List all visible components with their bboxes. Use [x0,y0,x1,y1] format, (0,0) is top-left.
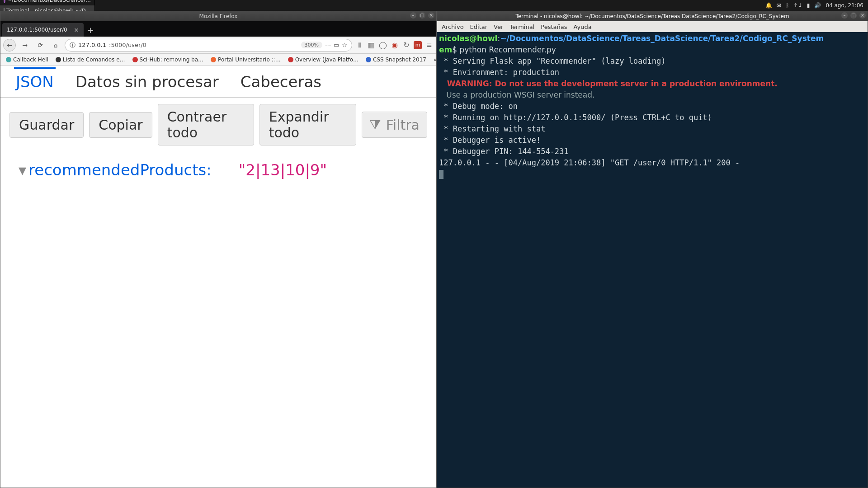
bluetooth-icon[interactable]: ᛒ [786,2,789,9]
maximize-button[interactable]: ▢ [850,12,857,19]
bookmark-label: CSS Snapshot 2017 [373,56,426,63]
terminal-title-text: Terminal - nicolas@howl: ~/Documentos/Da… [515,13,789,19]
extension2-icon[interactable]: m [414,41,422,49]
json-key: recommendedProducts: [28,161,212,179]
account-icon[interactable]: ◯ [378,41,387,50]
bookmark-label: Lista de Comandos e… [63,56,125,63]
new-tab-button[interactable]: + [84,23,97,37]
bookmark-label: Sci-Hub: removing ba… [140,56,204,63]
collapse-all-button[interactable]: Contraer todo [158,104,254,145]
network-icon[interactable]: ↑↓ [793,2,802,9]
terminal-menubar: ArchivoEditarVerTerminalPestañasAyuda [437,21,868,32]
terminal-titlebar: Terminal - nicolas@howl: ~/Documentos/Da… [437,11,868,21]
tab-close-icon[interactable]: × [74,26,79,33]
firefox-window-controls: – ▢ × [410,12,434,19]
minimize-button[interactable]: – [410,12,416,19]
menu-icon[interactable]: ≡ [425,41,434,50]
bookmark-star-icon[interactable]: ☆ [342,42,347,48]
sidebar-icon[interactable]: ▥ [367,41,376,50]
terminal-window: Terminal - nicolas@howl: ~/Documentos/Da… [437,11,868,488]
firefox-tabstrip: 127.0.0.1:5000/user/0 × + [0,21,436,37]
back-button[interactable]: ← [3,39,16,52]
filter-placeholder: Filtra [386,117,420,133]
favicon [56,57,61,62]
bookmark-item[interactable]: Sci-Hub: removing ba… [130,56,207,64]
home-button[interactable]: ⌂ [49,39,62,52]
copy-button[interactable]: Copiar [89,112,152,138]
zoom-indicator[interactable]: 300% [301,42,322,48]
json-viewer-toolbar: Guardar Copiar Contraer todo Expandir to… [0,98,436,152]
favicon [132,57,138,62]
page-content: JSON Datos sin procesar Cabeceras Guarda… [0,66,436,488]
site-info-icon[interactable]: ⓘ [70,41,75,49]
firefox-window: Mozilla Firefox – ▢ × 127.0.0.1:5000/use… [0,11,437,488]
forward-button[interactable]: → [19,39,31,52]
battery-icon[interactable]: ▮ [807,2,810,9]
favicon [6,57,11,62]
library-icon[interactable]: ⫴ [355,41,364,50]
terminal-output[interactable]: nicolas@howl:~/Documentos/DataScience/Ta… [437,32,868,488]
tab-headers[interactable]: Cabeceras [239,69,323,97]
firefox-title-text: Mozilla Firefox [199,13,238,19]
bookmark-item[interactable]: Callback Hell [3,56,51,64]
bookmark-item[interactable]: Portal Universitario ::… [208,56,283,64]
firefox-titlebar: Mozilla Firefox – ▢ × [0,11,436,21]
minimize-button[interactable]: – [841,12,848,19]
bookmark-item[interactable]: Lista de Comandos e… [53,56,128,64]
shield-icon[interactable]: ◉ [390,41,399,50]
notification-icon[interactable]: 🔔 [765,2,772,9]
close-button[interactable]: × [428,12,434,19]
mail-icon[interactable]: ✉ [777,2,781,9]
terminal-window-controls: – ▢ × [841,12,866,19]
extension-icon[interactable]: ↻ [402,41,411,50]
volume-icon[interactable]: 🔊 [814,2,821,9]
close-button[interactable]: × [859,12,866,19]
maximize-button[interactable]: ▢ [419,12,425,19]
browser-tab[interactable]: 127.0.0.1:5000/user/0 × [2,23,84,37]
bookmark-label: Portal Universitario ::… [218,56,281,63]
tab-title: 127.0.0.1:5000/user/0 [7,27,67,33]
save-button[interactable]: Guardar [9,112,84,138]
expand-all-button[interactable]: Expandir todo [259,104,356,145]
menu-item[interactable]: Pestañas [541,23,567,30]
filter-icon: ⧩ [369,117,381,133]
app-icon [4,0,5,3]
menu-item[interactable]: Editar [470,23,488,30]
json-viewer-tabs: JSON Datos sin procesar Cabeceras [0,66,436,98]
favicon [211,57,216,62]
json-body: ▾recommendedProducts:"2|13|10|9" [0,152,436,188]
tree-toggle-icon[interactable]: ▾ [19,161,28,179]
clock[interactable]: 04 ago, 21:06 [826,2,863,9]
bookmark-label: Overview (Java Platfo… [295,56,359,63]
reload-button[interactable]: ⟳ [34,39,47,52]
favicon [288,57,293,62]
tab-raw[interactable]: Datos sin procesar [74,69,221,97]
json-value: "2|13|10|9" [239,161,327,179]
menu-item[interactable]: Ayuda [574,23,592,30]
url-path: :5000/user/0 [109,42,146,48]
tab-json[interactable]: JSON [14,67,56,97]
menu-item[interactable]: Archivo [442,23,464,30]
firefox-toolbar: ← → ⟳ ⌂ ⓘ 127.0.0.1:5000/user/0 300% ⋯ ▭… [0,37,436,54]
bookmark-item[interactable]: Overview (Java Platfo… [285,56,361,64]
page-actions-icon[interactable]: ⋯ [325,42,331,48]
bookmark-item[interactable]: CSS Snapshot 2017 [363,56,429,64]
reader-icon[interactable]: ▭ [334,42,339,48]
system-tray: 🔔 ✉ ᛒ ↑↓ ▮ 🔊 04 ago, 21:06 [761,2,868,9]
bookmark-label: Callback Hell [13,56,48,63]
address-bar[interactable]: ⓘ 127.0.0.1:5000/user/0 300% ⋯ ▭ ☆ [65,39,352,52]
os-top-panel: NicolasU-N/Recommender_s…Mozilla Firefox… [0,0,868,11]
menu-item[interactable]: Terminal [509,23,534,30]
taskbar-label: ~/Documentos/DataScience/… [7,0,91,3]
bookmarks-overflow-icon[interactable]: » [431,56,436,63]
menu-item[interactable]: Ver [494,23,503,30]
url-host: 127.0.0.1 [78,42,106,48]
favicon [366,57,371,62]
taskbar-button[interactable]: ~/Documentos/DataScience/… [0,0,95,5]
filter-input[interactable]: ⧩ Filtra [362,112,427,138]
bookmarks-bar: Callback HellLista de Comandos e…Sci-Hub… [0,54,436,66]
